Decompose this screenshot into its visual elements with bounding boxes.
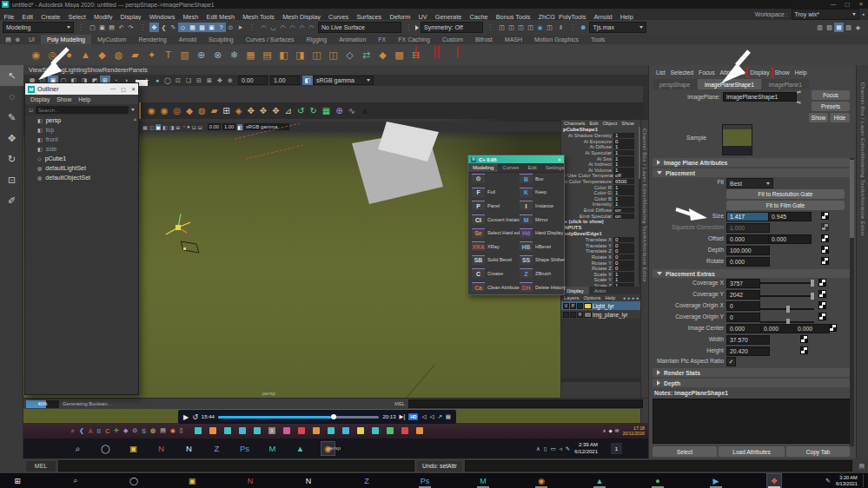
- mel-input[interactable]: [58, 460, 414, 472]
- section-image-plane-attributes[interactable]: Image Plane Attributes: [653, 158, 852, 167]
- popup-command[interactable]: SSShape Shifter: [516, 254, 564, 267]
- swap-up-icon[interactable]: ⇄: [797, 89, 801, 95]
- workspace-selector[interactable]: Troy wix*: [792, 9, 859, 20]
- popup-tab[interactable]: Curves: [498, 163, 523, 172]
- popup-command[interactable]: FFull: [468, 186, 516, 200]
- tool-icon[interactable]: ⊡: [0, 169, 23, 190]
- viewport-toolbar-icon[interactable]: ⊠: [204, 76, 215, 85]
- size-y-field[interactable]: 0.945: [768, 212, 812, 221]
- load-attributes-button[interactable]: Load Attributes: [719, 446, 785, 457]
- dock-vertical-tab[interactable]: Modeling Toolkit: [860, 154, 865, 196]
- coverage-origin-y-field[interactable]: 0: [726, 313, 760, 322]
- file-action-icon[interactable]: ▣: [97, 23, 107, 32]
- coverage-origin-x-slider[interactable]: [760, 308, 814, 310]
- attr-node-tab[interactable]: imagePlaneShape1: [698, 79, 761, 89]
- selection-mask-icon[interactable]: ✎: [169, 23, 178, 32]
- shelf-tool-icon[interactable]: ●: [61, 50, 77, 60]
- close-button[interactable]: ✕: [854, 1, 868, 8]
- sidebar-toggle-icon[interactable]: ▧: [825, 23, 834, 32]
- viewport-toolbar-icon[interactable]: ⊟: [194, 76, 204, 85]
- attr-menu-item[interactable]: Show: [775, 69, 790, 76]
- minimize-button[interactable]: —: [110, 86, 116, 92]
- render-icon[interactable]: ◫: [507, 23, 516, 32]
- texture-map-icon[interactable]: [819, 280, 825, 286]
- file-action-icon[interactable]: ▢: [88, 23, 97, 32]
- viewport-toolbar-icon[interactable]: ⊕: [225, 76, 235, 85]
- seek-bar[interactable]: [218, 416, 380, 419]
- focus-button[interactable]: Focus: [812, 90, 850, 100]
- pause-icon[interactable]: ‖: [556, 23, 566, 32]
- outliner-item[interactable]: ◍defaultLightSet: [25, 163, 138, 173]
- snap-icon[interactable]: ◠: [278, 23, 288, 32]
- swap-down-icon[interactable]: ⇆: [797, 100, 801, 105]
- popup-command[interactable]: MMirror: [516, 213, 564, 227]
- shelf-tool-icon[interactable]: ▥: [176, 50, 193, 60]
- selection-mask-icon[interactable]: ✥: [149, 23, 159, 32]
- shelf-tool-icon[interactable]: ◨: [292, 50, 308, 60]
- shelf-tab[interactable]: MyCustom: [91, 35, 132, 44]
- texture-map-icon[interactable]: [801, 336, 807, 342]
- selection-mask-icon[interactable]: ◇: [178, 23, 188, 32]
- tool-icon[interactable]: ✎: [0, 107, 23, 128]
- shelf-tab[interactable]: Rendering: [132, 35, 172, 44]
- image-center-z-field[interactable]: 0.000: [794, 324, 830, 333]
- shelf-tab[interactable]: FX: [372, 35, 392, 44]
- section-depth[interactable]: Depth: [653, 379, 852, 387]
- size-x-field[interactable]: 1.417: [726, 212, 770, 221]
- popup-command[interactable]: PPanel: [468, 199, 516, 213]
- shelf-tool-icon[interactable]: ◫: [308, 50, 325, 60]
- dock-vertical-tab[interactable]: Channel Box / Layer Editor: [860, 82, 865, 154]
- minimize-button[interactable]: —: [826, 1, 840, 8]
- exposure-field[interactable]: 0.00: [238, 76, 268, 85]
- shelf-tab[interactable]: Bifrost: [469, 35, 499, 44]
- taskbar-app-icon[interactable]: ▶: [709, 474, 723, 487]
- viewport-toolbar-icon[interactable]: ●: [152, 76, 162, 85]
- shelf-tool-icon[interactable]: ⊕: [193, 50, 209, 60]
- close-button[interactable]: ✕: [131, 86, 136, 92]
- shelf-tool-icon[interactable]: ◇: [341, 50, 358, 60]
- render-icon[interactable]: ◫: [497, 23, 507, 32]
- outliner-item[interactable]: ◧persp: [25, 115, 138, 125]
- show-desktop-button[interactable]: [863, 474, 866, 487]
- texture-map-icon[interactable]: [819, 291, 825, 297]
- maximize-button[interactable]: ▢: [840, 1, 854, 8]
- shelf-tool-icon[interactable]: ✦: [143, 50, 160, 60]
- tool-icon[interactable]: ✐: [0, 190, 23, 211]
- presets-button[interactable]: Presets: [812, 102, 850, 111]
- taskbar-app-icon[interactable]: ◉: [534, 474, 548, 487]
- shelf-tool-icon[interactable]: ▰: [127, 50, 143, 60]
- hide-button[interactable]: Hide: [830, 113, 850, 122]
- image-center-x-field[interactable]: 0.000: [726, 324, 762, 333]
- height-field[interactable]: 20.420: [726, 346, 770, 356]
- taskbar-app-icon[interactable]: Z: [360, 474, 374, 487]
- coverage-origin-x-field[interactable]: 0: [726, 301, 760, 311]
- file-action-icon[interactable]: ↶: [116, 23, 126, 32]
- viewport-menu-item[interactable]: Shading: [42, 66, 64, 74]
- texture-map-icon[interactable]: [801, 347, 807, 353]
- filter-icon[interactable]: ⊡: [29, 107, 33, 113]
- popup-command[interactable]: XRAXRay: [468, 240, 516, 254]
- shelf-tool-icon[interactable]: ◉: [28, 50, 44, 60]
- popup-tab[interactable]: Edit: [523, 163, 540, 172]
- viewport-toolbar-icon[interactable]: ❏: [183, 76, 194, 85]
- system-clock[interactable]: 3:20 AM 6/13/2021: [836, 475, 858, 487]
- coverage-origin-y-slider[interactable]: [760, 321, 814, 323]
- outliner-item[interactable]: ◇pCube1: [25, 154, 138, 163]
- fit-film-gate-button[interactable]: Fit to Film Gate: [726, 201, 845, 210]
- viewport-menu-item[interactable]: Panels: [129, 66, 148, 74]
- section-placement-extras[interactable]: Placement Extras: [653, 269, 852, 278]
- selection-mask-icon[interactable]: ⊙: [226, 23, 235, 32]
- show-button[interactable]: Show: [809, 113, 828, 122]
- shelf-tool-icon[interactable]: ◍: [110, 50, 127, 60]
- taskbar-app-icon[interactable]: ❖: [767, 474, 781, 487]
- outliner-item[interactable]: ◍defaultObjectSet: [25, 173, 138, 182]
- render-icon[interactable]: ◫: [516, 23, 526, 32]
- attr-node-tab[interactable]: imagePlane1: [762, 79, 809, 89]
- tool-icon[interactable]: ↖: [0, 65, 23, 86]
- selection-mask-icon[interactable]: ▩: [197, 23, 207, 32]
- shelf-tool-icon[interactable]: ◎: [44, 50, 61, 60]
- shelf-tab[interactable]: Custom: [436, 35, 469, 44]
- taskbar-app-icon[interactable]: ●: [651, 474, 665, 487]
- shelf-tool-icon[interactable]: ⇄: [358, 50, 374, 60]
- section-render-stats[interactable]: Render Stats: [653, 368, 852, 377]
